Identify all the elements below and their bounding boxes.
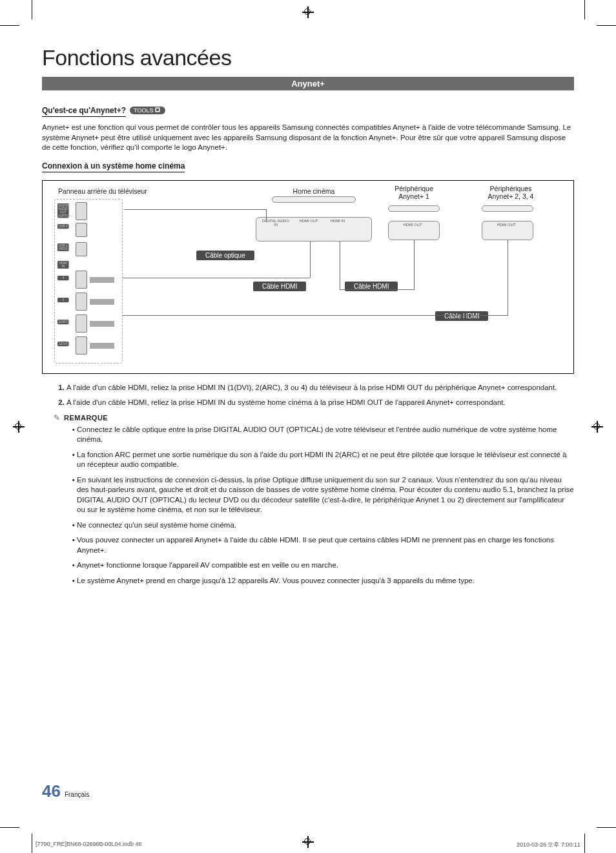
remark-item: Anynet+ fonctionne lorsque l'appareil AV…: [77, 560, 574, 571]
anynet-device-1: [388, 205, 440, 212]
tools-icon: 🞐: [155, 107, 160, 113]
tv-hdmi3-port: [76, 293, 87, 311]
port-4: 4: [57, 276, 69, 280]
intro-paragraph: Anynet+ est une fonction qui vous permet…: [42, 123, 574, 153]
tv-usb2-port: [76, 223, 87, 237]
port-digital-audio: DIGITAL AUDIO OUT (OPTICAL): [57, 203, 69, 218]
remark-item: La fonction ARC permet une sortie numéri…: [77, 450, 574, 470]
remarks-list: Connectez le câble optique entre la pris…: [68, 425, 574, 586]
steps-list: A l'aide d'un câble HDMI, reliez la pris…: [42, 383, 574, 408]
tools-pill: TOOLS 🞐: [130, 107, 165, 114]
home-hdmi-in-label: HDMI IN: [327, 218, 349, 222]
tv-hdmi2-port: [76, 314, 87, 333]
hdmi-wire: [123, 278, 310, 278]
port-usb1: USB 1 (HDD): [57, 243, 69, 251]
note-icon: ✎: [54, 413, 60, 422]
hdmi-plug-icon: [90, 277, 114, 283]
connection-diagram: Panneau arrière du téléviseur Home ciném…: [42, 180, 574, 374]
hdmi-plug-icon: [90, 321, 114, 327]
optical-wire: [266, 209, 267, 222]
tv-hdmi4-port: [76, 271, 87, 289]
home-hdmi-out-label: HDMI OUT: [297, 218, 320, 222]
optical-wire: [124, 209, 266, 210]
hdmi-plug-icon: [90, 299, 114, 305]
port-hdmi-in: HDMI IN: [57, 261, 69, 269]
tv-back-panel: DIGITAL AUDIO OUT (OPTICAL) USB 2 USB 1 …: [54, 199, 123, 364]
step-1: A l'aide d'un câble HDMI, reliez la pris…: [67, 383, 574, 393]
hdmi-wire: [310, 242, 311, 278]
cable-optical-label: Câble optique: [196, 251, 254, 260]
remark-item: Le système Anynet+ prend en charge jusqu…: [77, 576, 574, 586]
remark-label: REMARQUE: [64, 414, 108, 422]
device1-label: Périphérique Anynet+ 1: [385, 185, 443, 200]
page-title: Fonctions avancées: [42, 45, 574, 70]
hdmi-wire: [340, 289, 414, 290]
devices234-label: Périphériques Anynet+ 2, 3, 4: [478, 185, 543, 200]
remark-item: En suivant les instructions de connexion…: [77, 475, 574, 515]
tools-label: TOOLS: [134, 107, 153, 114]
anynet-device-234: [482, 205, 533, 212]
tv-usb1-port: [76, 242, 87, 256]
tv-optical-port: [76, 202, 87, 220]
hdmi-wire: [340, 242, 340, 290]
remark-item: Ne connectez qu'un seul système home cin…: [77, 520, 574, 531]
port-3: 3: [57, 298, 69, 302]
section-bar: Anynet+: [42, 77, 574, 90]
hdmi-wire: [414, 240, 415, 290]
question-heading: Qu'est-ce qu'Anynet+?: [42, 106, 126, 117]
cable-hdmi-label-3: Câble HDMI: [435, 311, 488, 321]
dev1-hdmi-out-label: HDMI OUT: [398, 222, 427, 226]
step-2: A l'aide d'un câble HDMI, reliez la pris…: [67, 398, 574, 408]
remark-item: Vous pouvez connecter un appareil Anynet…: [77, 535, 574, 555]
cable-hdmi-label-1: Câble HDMI: [253, 282, 306, 291]
port-1: 1(DVI): [57, 342, 69, 346]
remark-item: Connectez le câble optique entre la pris…: [77, 425, 574, 445]
hdmi-plug-icon: [90, 343, 114, 349]
hdmi-wire: [123, 315, 508, 316]
tv-panel-label: Panneau arrière du téléviseur: [58, 187, 147, 195]
port-usb2: USB 2: [57, 224, 69, 229]
home-cinema-label: Home cinéma: [288, 187, 340, 195]
tv-hdmi1-port: [76, 336, 87, 355]
port-2: 2(ARC): [57, 320, 69, 324]
home-cinema-device: [272, 196, 356, 203]
dev234-hdmi-out-label: HDMI OUT: [492, 222, 521, 226]
connection-heading: Connexion à un système home cinéma: [42, 161, 185, 172]
hdmi-wire: [508, 240, 508, 316]
